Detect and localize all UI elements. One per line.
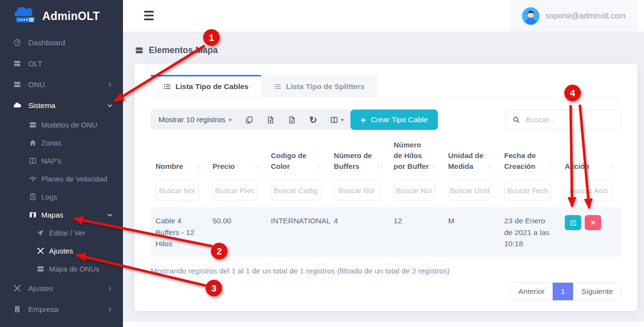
page-title: Elementos Mapa xyxy=(135,45,637,55)
sidebar-item-olt[interactable]: OLT xyxy=(0,53,123,74)
cables-table: Nombre↑↓ Precio↑↓ Codigo de Color↑↓ Núme… xyxy=(151,137,621,257)
column-header-codigo-de-color[interactable]: Codigo de Color↑↓ xyxy=(266,137,329,177)
server-icon xyxy=(27,121,38,129)
sidebar: AdminOLT Dashboard OLT ONU Sistema xyxy=(0,0,123,327)
bottom-strip xyxy=(123,322,644,327)
sidebar-item-naps[interactable]: NAP's xyxy=(0,152,123,170)
chevron-right-icon xyxy=(106,285,113,292)
content-area: Elementos Mapa Lista Tipo de Cables List… xyxy=(123,32,644,327)
tools-icon xyxy=(12,284,22,292)
file-excel-icon xyxy=(266,116,275,124)
tab-lista-tipo-de-splitters[interactable]: Lista Tipo de Splitters xyxy=(261,75,377,97)
filter-buffers-input[interactable] xyxy=(334,180,380,200)
sidebar-item-onu[interactable]: ONU xyxy=(0,74,123,95)
delete-button[interactable]: × xyxy=(585,215,601,230)
chevron-down-icon xyxy=(106,102,113,109)
cell-hilos-por-buffer: 12 xyxy=(389,207,443,257)
export-buttons: ↻ ▾ xyxy=(245,115,343,125)
building-icon xyxy=(12,305,22,313)
filter-nombre-input[interactable] xyxy=(156,180,199,200)
close-icon: × xyxy=(591,218,595,227)
columns-icon xyxy=(27,157,38,165)
tab-lista-tipo-de-cables[interactable]: Lista Tipo de Cables xyxy=(151,75,261,97)
filter-unidad-input[interactable] xyxy=(448,180,490,200)
sidebar-item-dashboard[interactable]: Dashboard xyxy=(0,32,123,53)
filter-hilos-input[interactable] xyxy=(394,180,435,200)
sidebar-item-planes-de-velocidad[interactable]: Planes de Velocidad xyxy=(0,170,123,188)
sort-icon: ↑↓ xyxy=(196,163,201,171)
columns-icon xyxy=(330,116,338,124)
list-icon xyxy=(274,83,281,91)
avatar xyxy=(522,7,540,25)
filter-accion-input[interactable] xyxy=(565,180,612,200)
cell-nombre: Cable 4 Buffers - 12 Hilos xyxy=(151,207,208,257)
sort-icon: ↑↓ xyxy=(487,163,492,171)
user-menu[interactable]: soporte@adminolt.com xyxy=(510,0,637,32)
filter-row xyxy=(151,177,621,207)
column-visibility-button[interactable]: ▾ xyxy=(330,116,344,124)
sidebar-item-zonas[interactable]: Zonas xyxy=(0,134,123,152)
column-header-nombre[interactable]: Nombre↑↓ xyxy=(151,137,208,177)
pagination-page-1[interactable]: 1 xyxy=(553,283,574,300)
app-window: AdminOLT Dashboard OLT ONU Sistema xyxy=(0,0,644,327)
sidebar-nav: Dashboard OLT ONU Sistema Modelos de ONU xyxy=(0,32,123,320)
sidebar-item-editar-ver[interactable]: Editar / Ver xyxy=(0,224,123,242)
column-header-fecha-de-creacion[interactable]: Fecha de Creación↑↓ xyxy=(499,137,560,177)
sort-icon: ↑↓ xyxy=(548,163,553,171)
export-excel-button[interactable] xyxy=(266,116,275,124)
sort-icon: ↑↓ xyxy=(317,163,322,171)
copy-button[interactable] xyxy=(245,116,253,124)
user-email: soporte@adminolt.com xyxy=(545,12,626,20)
brand[interactable]: AdminOLT xyxy=(0,0,123,32)
plus-icon: + xyxy=(361,115,366,125)
filter-fecha-input[interactable] xyxy=(504,180,551,200)
server-icon xyxy=(35,265,46,273)
table-info: Mostrando registros del 1 al 1 de un tot… xyxy=(151,267,621,275)
filter-precio-input[interactable] xyxy=(212,180,257,200)
chevron-right-icon xyxy=(106,81,113,88)
cell-fecha: 23 de Enero de 2021 a las 10:18 xyxy=(499,207,560,257)
sistema-submenu: Modelos de ONU Zonas NAP's Planes de Vel… xyxy=(0,116,123,278)
pagination: Anterior 1 Siguiente xyxy=(510,282,621,301)
cell-codigo-color: INTERNATIONAL xyxy=(266,207,329,257)
sidebar-item-mapas[interactable]: Mapas xyxy=(0,206,123,224)
clipboard-icon xyxy=(27,193,38,201)
cell-num-buffers: 4 xyxy=(329,207,389,257)
home-icon xyxy=(27,139,38,147)
chevron-right-icon xyxy=(106,306,113,313)
sidebar-item-modelos-de-onu[interactable]: Modelos de ONU xyxy=(0,116,123,134)
sidebar-item-empresa[interactable]: Empresa xyxy=(0,299,123,320)
show-entries-dropdown[interactable]: Mostrar 10 registros ▾ xyxy=(158,115,231,124)
edit-icon xyxy=(570,219,577,226)
brand-name: AdminOLT xyxy=(42,10,100,23)
chevron-down-icon xyxy=(106,212,113,218)
refresh-button[interactable]: ↻ xyxy=(309,115,317,125)
column-header-unidad-de-medida[interactable]: Unidad de Medida↑↓ xyxy=(443,137,499,177)
edit-button[interactable] xyxy=(565,215,581,230)
gauge-icon xyxy=(12,38,22,47)
export-file-button[interactable] xyxy=(288,116,296,124)
column-header-numero-de-buffers[interactable]: Número de Buffers↑↓ xyxy=(329,137,389,177)
sort-icon: ↑↓ xyxy=(432,163,436,171)
table-row: Cable 4 Buffers - 12 Hilos 50.00 INTERNA… xyxy=(151,207,621,257)
column-header-precio[interactable]: Precio↑↓ xyxy=(208,137,266,177)
search-input[interactable] xyxy=(525,115,614,125)
cell-unidad: M xyxy=(443,207,499,257)
sidebar-item-mapa-de-onus[interactable]: Mapa de ONUs xyxy=(0,260,123,278)
menu-icon[interactable]: ☰ xyxy=(143,9,154,23)
pagination-prev[interactable]: Anterior xyxy=(510,283,552,300)
sidebar-item-mapas-ajustes[interactable]: Ajustes xyxy=(0,242,123,260)
cloud-icon xyxy=(12,101,22,109)
sidebar-item-logs[interactable]: Logs xyxy=(0,188,123,206)
pagination-next[interactable]: Siguiente xyxy=(573,283,621,300)
send-icon xyxy=(35,229,46,237)
tab-bar: Lista Tipo de Cables Lista Tipo de Split… xyxy=(151,75,621,97)
sidebar-item-sistema[interactable]: Sistema xyxy=(0,95,123,116)
caret-down-icon: ▾ xyxy=(229,117,232,123)
column-header-accion[interactable]: Acción↑↓ xyxy=(560,137,621,177)
filter-codigo-input[interactable] xyxy=(271,180,320,200)
column-header-hilos-por-buffer[interactable]: Número de Hilos por Buffer↑↓ xyxy=(389,137,443,177)
create-tipo-cable-button[interactable]: + Crear Tipo Cable xyxy=(350,109,438,130)
refresh-icon: ↻ xyxy=(309,115,317,125)
sidebar-item-ajustes[interactable]: Ajustes xyxy=(0,278,123,299)
